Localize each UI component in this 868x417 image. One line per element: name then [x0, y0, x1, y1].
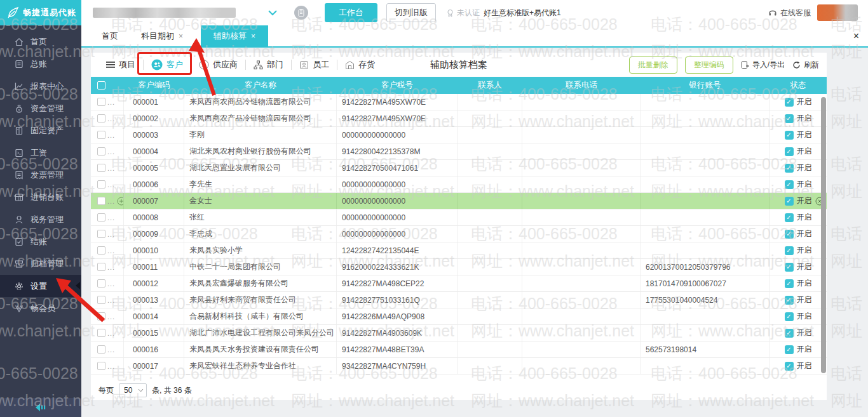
organize-codes-button[interactable]: 整理编码 — [685, 56, 733, 74]
table-row[interactable]: ... 000003 李刚 000000000000000 ✓ 开启 — [91, 127, 827, 143]
status-checkbox[interactable]: ✓ — [785, 345, 794, 354]
row-more-dots[interactable]: ... — [107, 230, 115, 238]
table-row[interactable]: ... 000007 金女士 000000000000000 ✓ 开启 — [91, 193, 827, 209]
row-more-dots[interactable]: ... — [107, 214, 115, 222]
row-more-dots[interactable]: ... — [107, 362, 115, 370]
row-more-dots[interactable]: ... — [107, 280, 115, 288]
tab-home[interactable]: 首页 — [90, 25, 130, 46]
table-row[interactable]: ... 000012 来凤县宏鑫爆破服务有限公司 91422827MA498CE… — [91, 275, 827, 292]
table-row[interactable]: ... 000017 来凤宏蚨祥生态种养专业合作社 93422827MA4CYN… — [91, 358, 827, 374]
batch-delete-button[interactable]: 批量删除 — [629, 56, 677, 74]
status-checkbox[interactable]: ✓ — [785, 263, 794, 272]
close-icon[interactable]: × — [853, 30, 859, 42]
sidebar-item-tax[interactable]: 税务管理 — [0, 208, 81, 230]
row-checkbox[interactable] — [97, 197, 105, 205]
sidebar-item-settings[interactable]: 设置 — [0, 275, 81, 297]
status-checkbox[interactable]: ✓ — [785, 296, 794, 305]
row-checkbox[interactable] — [97, 230, 105, 238]
vertical-scrollbar[interactable] — [821, 97, 826, 373]
tab-auxiliary-accounting[interactable]: 辅助核算 × — [201, 25, 268, 46]
row-more-dots[interactable]: ... — [107, 115, 115, 122]
page-size-select[interactable]: 50 — [119, 383, 147, 397]
row-more-dots[interactable]: ... — [107, 181, 115, 189]
row-more-dots[interactable]: ... — [107, 247, 115, 255]
status-checkbox[interactable]: ✓ — [785, 279, 794, 288]
status-checkbox[interactable]: ✓ — [785, 197, 794, 206]
category-employee[interactable]: 员工 — [292, 56, 337, 74]
tab-close-icon[interactable]: × — [251, 32, 255, 41]
row-checkbox[interactable] — [97, 312, 105, 321]
sidebar-item-fixed-assets[interactable]: 固定资产 — [0, 119, 81, 142]
sidebar-item-purchase-sales[interactable]: 进销台账 — [0, 186, 81, 208]
row-checkbox[interactable] — [97, 180, 105, 189]
refresh-button[interactable]: 刷新 — [792, 60, 819, 70]
status-checkbox[interactable]: ✓ — [785, 164, 794, 173]
status-checkbox[interactable]: ✓ — [785, 180, 794, 189]
row-checkbox[interactable] — [97, 329, 105, 337]
row-more-dots[interactable]: ... — [107, 131, 115, 139]
status-checkbox[interactable]: ✓ — [785, 246, 794, 255]
status-checkbox[interactable]: ✓ — [785, 131, 794, 140]
table-row[interactable]: ... 000008 张红 000000000000000 ✓ 开启 — [91, 209, 827, 226]
sidebar-item-member[interactable]: 畅会员 — [0, 297, 81, 319]
sidebar-item-payroll[interactable]: 工资 — [0, 142, 81, 164]
category-project[interactable]: 项目 — [98, 56, 143, 74]
category-department[interactable]: 部门 — [246, 56, 291, 74]
online-service[interactable]: 在线客服 — [768, 8, 811, 18]
table-row[interactable]: ... 000006 李先生 000000000000000 ✓ 开启 — [91, 176, 827, 193]
status-checkbox[interactable]: ✓ — [785, 147, 794, 156]
sidebar-item-invoices[interactable]: 发票管理 — [0, 164, 81, 186]
row-checkbox[interactable] — [97, 213, 105, 222]
table-row[interactable]: ... 000016 来凤县凤天水务投资建设有限责任公司 91422827MA4… — [91, 341, 827, 358]
sidebar-collapse-button[interactable] — [0, 398, 81, 417]
sidebar-item-archive[interactable]: 归档管理 — [0, 253, 81, 275]
sidebar-item-closing[interactable]: 结账 — [0, 230, 81, 253]
row-checkbox[interactable] — [97, 114, 105, 122]
table-row[interactable]: ... 000014 合易新材料科技（咸丰）有限公司 91422826MA49A… — [91, 308, 827, 325]
chevron-down-icon[interactable] — [268, 10, 278, 16]
row-more-dots[interactable]: ... — [107, 346, 115, 354]
row-more-dots[interactable]: ... — [107, 98, 115, 106]
expand-plus-icon[interactable] — [117, 197, 124, 206]
select-all-checkbox[interactable] — [97, 81, 105, 89]
status-checkbox[interactable]: ✓ — [785, 213, 794, 222]
table-row[interactable]: ... 000009 李忠成 000000000000000 ✓ 开启 — [91, 226, 827, 242]
sidebar-item-general-ledger[interactable]: 总账 — [0, 53, 81, 75]
row-checkbox[interactable] — [97, 345, 105, 354]
category-customer[interactable]: 客户 — [144, 56, 191, 74]
table-row[interactable]: ... 000002 来凤西商农产品冷链物流园有限公司 91422827MA49… — [91, 110, 827, 127]
tab-close-icon[interactable]: × — [179, 32, 183, 41]
tab-subject-opening[interactable]: 科目期初 × — [130, 25, 194, 46]
row-checkbox[interactable] — [97, 246, 105, 255]
status-checkbox[interactable]: ✓ — [785, 312, 794, 321]
avatar[interactable] — [817, 4, 858, 21]
sidebar-item-funds[interactable]: 资金管理 — [0, 97, 81, 119]
row-checkbox[interactable] — [97, 263, 105, 271]
row-checkbox[interactable] — [97, 131, 105, 139]
row-more-dots[interactable]: ... — [107, 197, 115, 205]
clipboard-icon[interactable] — [294, 6, 308, 20]
row-more-dots[interactable]: ... — [107, 296, 115, 304]
category-inventory[interactable]: 存货 — [337, 56, 383, 74]
status-checkbox[interactable]: ✓ — [785, 362, 794, 371]
row-checkbox[interactable] — [97, 147, 105, 156]
table-row[interactable]: ... 000001 来凤西商农商品冷链物流园有限公司 91422827MA49… — [91, 94, 827, 110]
row-checkbox[interactable] — [97, 279, 105, 288]
status-checkbox[interactable]: ✓ — [785, 230, 794, 239]
row-more-dots[interactable]: ... — [107, 148, 115, 156]
sidebar-item-home[interactable]: 首页 — [0, 30, 81, 53]
row-more-dots[interactable]: ... — [107, 329, 115, 337]
row-more-dots[interactable]: ... — [107, 164, 115, 172]
status-checkbox[interactable]: ✓ — [785, 329, 794, 338]
workbench-button[interactable]: 工作台 — [325, 3, 377, 22]
import-export-button[interactable]: 导入/导出 — [741, 60, 785, 70]
category-supplier[interactable]: 供应商 — [191, 56, 245, 74]
table-row[interactable]: ... 000013 来凤县好利来商贸有限责任公司 91422827751033… — [91, 292, 827, 308]
table-row[interactable]: ... 000004 湖北来凤农村商业银行股份有限公司 914228004221… — [91, 143, 827, 160]
status-checkbox[interactable]: ✓ — [785, 98, 794, 107]
row-more-dots[interactable]: ... — [107, 263, 115, 271]
table-row[interactable]: ... 000011 中铁二十一局集团有限公司 9162000022433362… — [91, 259, 827, 275]
table-row[interactable]: ... 000005 湖北天恩置业发展有限公司 9142282705004710… — [91, 160, 827, 176]
row-checkbox[interactable] — [97, 164, 105, 172]
status-checkbox[interactable]: ✓ — [785, 114, 794, 123]
